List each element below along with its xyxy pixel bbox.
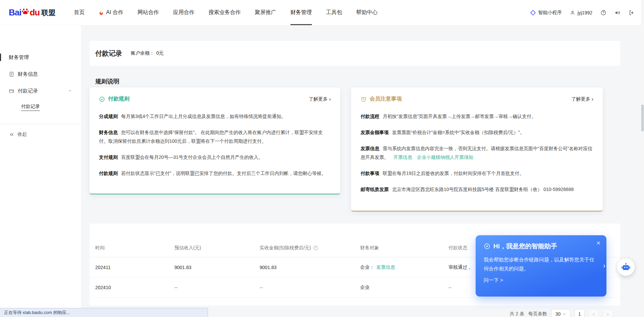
column-help-icon[interactable] xyxy=(313,245,318,251)
close-icon[interactable]: × xyxy=(596,240,600,246)
nav-utilities: 智能小程序 jyj1992 xyxy=(530,10,635,16)
baidu-paw-icon xyxy=(21,8,29,15)
cell-time: 202410 xyxy=(95,285,174,290)
nav-item-help-center[interactable]: 帮助中心 xyxy=(349,0,385,25)
total-count: 共 2 条 xyxy=(509,311,524,317)
nav-item-home[interactable]: 首页 xyxy=(67,0,92,25)
logo-text-bai: Bai xyxy=(9,7,21,18)
mini-program-link[interactable]: 智能小程序 xyxy=(530,10,562,16)
page-header-card: 付款记录 账户余额： 0元 xyxy=(90,41,620,66)
baidu-union-logo[interactable]: Bai du 联盟 xyxy=(9,7,55,18)
member-notes-card: 会员注意事项 了解更多 › 付款流程月初按“发票信息”页面开具发票→上传发票→邮… xyxy=(351,87,603,211)
browser-status-bubble: 正在等待 xlab.baidu.com 的响应... xyxy=(0,308,208,317)
compass-icon xyxy=(484,243,490,250)
payment-rules-card-title: 付款规则 xyxy=(108,96,129,103)
nav-item-app-cooperation[interactable]: 应用合作 xyxy=(166,0,202,25)
per-page-label: 每页条数 xyxy=(528,311,547,317)
prev-page-button[interactable]: ‹ xyxy=(589,309,599,317)
flame-icon xyxy=(99,10,104,15)
nav-item-screen-promotion[interactable]: 聚屏推广 xyxy=(248,0,283,25)
logo-text-union: 联盟 xyxy=(41,8,55,17)
column-header-actual-amount: 实收金额(扣除税费后/元) xyxy=(260,245,360,251)
nav-item-toolkit[interactable]: 工具包 xyxy=(319,0,349,25)
assistant-title: Hi，我是您的智能助手 xyxy=(493,242,557,251)
sidebar-item-payment-records[interactable]: 付款记录 xyxy=(0,82,81,99)
alarm-clock-icon xyxy=(361,96,367,102)
nav-item-search-cooperation[interactable]: 搜索业务合作 xyxy=(202,0,248,25)
rule-item: 发票金额事项发票票面“价税合计”金额=系统中“实收金额（扣除税费后/元）”。 xyxy=(361,128,593,137)
sound-icon[interactable] xyxy=(614,10,621,16)
payment-rules-card-header: 付款规则 了解更多 › xyxy=(99,96,331,103)
member-notes-card-header: 会员注意事项 了解更多 › xyxy=(361,96,593,103)
column-header-estimated-income: 预估收入(元) xyxy=(174,245,260,251)
panel-arrow-icon[interactable]: › xyxy=(603,262,605,269)
member-notes-card-body: 付款流程月初按“发票信息”页面开具发票→上传发票→邮寄发票→审核→确认支付。 发… xyxy=(361,112,593,194)
page-scrollbar xyxy=(641,0,644,317)
cell-actual: -- xyxy=(260,285,360,290)
collapse-icon xyxy=(9,132,14,137)
invoice-info-link[interactable]: 发票信息 xyxy=(376,264,395,270)
rule-item: 付款事项联盟在每月19日之后签收的发票，付款时间安排在下个月首批支付。 xyxy=(361,169,593,178)
assistant-robot-button[interactable] xyxy=(617,258,635,276)
document-icon xyxy=(9,71,14,77)
payment-rules-learn-more-link[interactable]: 了解更多 › xyxy=(309,96,331,102)
cell-estimated: 9001.83 xyxy=(174,265,260,270)
top-navigation-bar: Bai du 联盟 首页 AI 合作 网站合作 应用合作 搜索业务合作 聚屏推广… xyxy=(0,0,644,25)
smart-assistant-popup: Hi，我是您的智能助手 × 我会帮助您诊断合作链路问题，以及解答您关于任何合作相… xyxy=(476,235,606,297)
chevron-left-icon: ‹ xyxy=(593,311,595,317)
cell-time: 202411 xyxy=(95,265,174,270)
sidebar-divider xyxy=(0,124,81,124)
payment-rules-icon xyxy=(99,96,105,102)
sidebar-collapse-button[interactable]: 收起 xyxy=(0,127,81,142)
next-page-button[interactable]: › xyxy=(603,309,613,317)
page-title: 付款记录 xyxy=(95,49,122,58)
rule-item: 发票信息需与系统内发票信息内容完全一致，否则无法支付。请根据发票信息页面中“百度… xyxy=(361,144,593,162)
rule-item: 财务信息您可以在财务信息中选择“保留付款”。 在此期间您产生的收入将在账户内进行… xyxy=(99,128,331,145)
payment-rules-card: 付款规则 了解更多 › 分成规则每月第3或4个工作日产出上月分成信息及发票信息，… xyxy=(90,87,340,194)
member-notes-card-title: 会员注意事项 xyxy=(370,96,402,103)
logout-icon[interactable] xyxy=(629,10,635,16)
cell-actual: 9001.83 xyxy=(260,265,360,270)
mini-program-icon xyxy=(530,10,536,16)
rule-item: 邮寄纸质发票北京市海淀区西北旺东路10号院百度科技园5号楼 百度联盟财务组（收）… xyxy=(361,185,593,194)
robot-icon xyxy=(621,262,631,272)
help-icon[interactable] xyxy=(600,10,606,16)
column-header-finance-target: 财务对象 xyxy=(360,245,448,251)
member-notes-learn-more-link[interactable]: 了解更多 › xyxy=(572,96,593,102)
sidebar-subitem-payment-records[interactable]: 付款记录 xyxy=(0,99,81,115)
rule-item: 付款流程月初按“发票信息”页面开具发票→上传发票→邮寄发票→审核→确认支付。 xyxy=(361,112,593,121)
scrollbar-thumb[interactable] xyxy=(641,105,644,131)
cell-target: 企业 xyxy=(360,284,448,291)
rules-section-title: 规则说明 xyxy=(95,77,119,85)
sidebar-item-finance-management[interactable]: 财务管理 xyxy=(0,49,81,66)
invoice-open-info-link[interactable]: 开票信息 xyxy=(393,154,412,160)
nav-item-ai-cooperation[interactable]: AI 合作 xyxy=(92,0,130,25)
account-balance-label: 账户余额： xyxy=(131,50,154,56)
chevron-up-icon xyxy=(68,88,72,93)
sidebar: 财务管理 财务信息 付款记录 付款记录 收起 xyxy=(0,25,82,317)
chevron-right-icon: › xyxy=(607,311,609,317)
small-taxpayer-invoice-guide-link[interactable]: 企业小规模纳税人开票须知 xyxy=(417,154,473,160)
rule-item: 支付规则百度联盟会在每月20号—31号支付企业会员上个自然月产生的收入。 xyxy=(99,153,331,162)
logo-text-du: du xyxy=(30,7,40,18)
rule-item: 分成规则每月第3或4个工作日产出上月分成信息及发票信息，如有特殊情况将提前通知。 xyxy=(99,112,331,121)
chevron-down-icon xyxy=(562,312,566,316)
column-header-time: 时间 xyxy=(95,245,174,251)
pagination: 共 2 条 每页条数 30 1 ‹ › xyxy=(509,309,613,317)
nav-item-website-cooperation[interactable]: 网站合作 xyxy=(130,0,166,25)
cell-target: 企业： 发票信息 xyxy=(360,264,448,270)
nav-item-finance-management[interactable]: 财务管理 xyxy=(283,0,319,25)
account-balance-value: 0元 xyxy=(156,50,164,56)
ask-question-link[interactable]: 问一下 > xyxy=(484,277,503,283)
user-menu[interactable]: jyj1992 xyxy=(570,10,592,15)
main-nav: 首页 AI 合作 网站合作 应用合作 搜索业务合作 聚屏推广 财务管理 工具包 … xyxy=(67,0,385,25)
assistant-header: Hi，我是您的智能助手 xyxy=(484,242,598,251)
chevron-right-icon: › xyxy=(329,97,331,102)
rule-item: 付款规则若付款状态显示“已支付”，说明联盟已安排了您的付款。支付后三个工作日内到… xyxy=(99,169,331,178)
page-button-1[interactable]: 1 xyxy=(575,309,585,317)
cell-estimated: -- xyxy=(174,285,260,290)
wallet-icon xyxy=(9,88,14,94)
user-icon xyxy=(570,10,575,15)
sidebar-item-finance-info[interactable]: 财务信息 xyxy=(0,66,81,82)
per-page-select[interactable]: 30 xyxy=(551,309,571,317)
